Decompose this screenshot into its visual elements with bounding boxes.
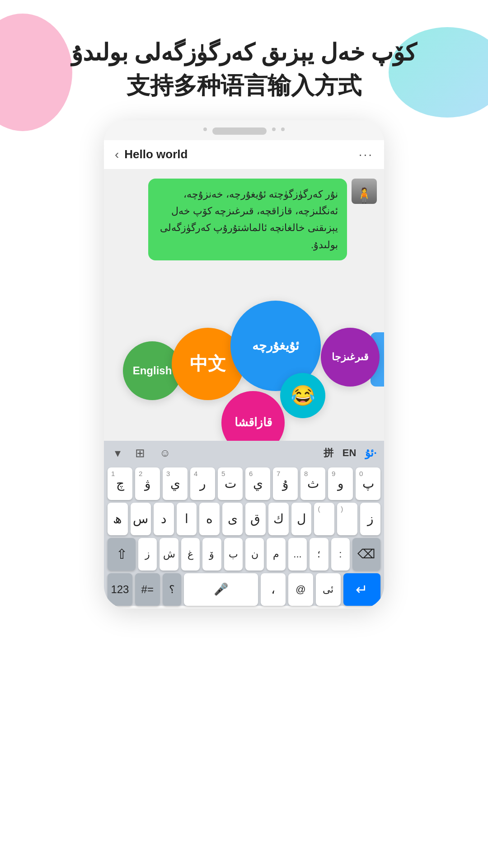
phone-container: ‹ Hello world ··· نۇر كەرگۈزگۈچتە ئۇيغۇر… (0, 120, 488, 609)
question-key[interactable]: ؟ (163, 573, 181, 606)
chat-header-left: ‹ Hello world (115, 147, 188, 162)
kyrgyz-bubble[interactable]: قىرغىزجا (321, 328, 380, 387)
key-r2-ق[interactable]: ق (245, 503, 266, 535)
phone-dots (203, 127, 285, 135)
key-r3-ن[interactable]: ن (245, 538, 264, 571)
period-key[interactable]: ئى (316, 573, 341, 606)
num-switch-label: 123 (111, 583, 129, 596)
kazakh-bubble[interactable]: قازاقشا (221, 391, 285, 441)
status-bar (104, 120, 384, 140)
emoji-toolbar-button[interactable]: ☺ (156, 445, 174, 461)
sticker-button[interactable]: ⊞ (131, 444, 149, 462)
key-r2-([interactable]: ( (314, 503, 334, 535)
enter-key[interactable]: ↵ (343, 573, 380, 606)
key-r2-ك[interactable]: ك (268, 503, 289, 535)
header-section: كۆپ خەل يېزىق كەرگۈزگەلى بولىدۇ 支持多种语言输入… (0, 0, 488, 120)
key-r3-ش[interactable]: ش (160, 538, 178, 571)
avatar-image: 🧍 (352, 179, 377, 204)
dot1 (203, 127, 207, 131)
keyboard: 1چ2ۋ3ي4ر5ت6ي7ۇ8ث9و0پ ھسداەىقكل()ز ⇧زشغۆب… (104, 466, 384, 606)
key-ي[interactable]: 6ي (245, 467, 270, 500)
key-و[interactable]: 9و (328, 467, 353, 500)
key-r3-م[interactable]: م (267, 538, 285, 571)
english-bubble-label: English (133, 364, 172, 377)
chat-area: نۇر كەرگۈزگۈچتە ئۇيغۇرچە، خەنزۇچە، ئەنگل… (104, 170, 384, 287)
key-ر[interactable]: 4ر (190, 467, 215, 500)
key-row-1: 1چ2ۋ3ي4ر5ت6ي7ۇ8ث9و0پ (104, 467, 384, 500)
enter-icon: ↵ (356, 581, 368, 598)
language-bubbles-area: English 中文 ئۇيغۇرچە 😂 قازاقشا قىرغىزجا (104, 287, 384, 441)
chevron-down-button[interactable]: ▾ (111, 444, 124, 462)
back-button[interactable]: ‹ (115, 147, 119, 162)
shift-key[interactable]: ⇧ (108, 538, 136, 571)
key-r2-)[interactable]: ) (337, 503, 357, 535)
emoji-bubble-label: 😂 (291, 384, 315, 407)
key-r2-ى[interactable]: ى (222, 503, 243, 535)
key-row-3: ⇧زشغۆبنم...؛:⌫ (104, 538, 384, 571)
kyrgyz-bubble-label: قىرغىزجا (332, 351, 369, 363)
key-r3-غ[interactable]: غ (181, 538, 200, 571)
kazakh-bubble-label: قازاقشا (235, 415, 272, 429)
mic-label: 🎤 (214, 582, 228, 596)
dot2 (272, 127, 276, 131)
key-r2-ە[interactable]: ە (199, 503, 220, 535)
key-r3-ب[interactable]: ب (224, 538, 243, 571)
pinyin-button[interactable]: 拼 (324, 446, 333, 460)
key-r2-ل[interactable]: ل (291, 503, 312, 535)
key-r2-ا[interactable]: ا (177, 503, 197, 535)
key-ت[interactable]: 5ت (218, 467, 243, 500)
chat-title: Hello world (124, 147, 188, 161)
phone-notch (212, 127, 267, 135)
uyghur-bubble-label: ئۇيغۇرچە (252, 338, 299, 353)
key-r2-ز[interactable]: ز (360, 503, 380, 535)
at-key[interactable]: @ (288, 573, 313, 606)
backspace-key[interactable]: ⌫ (352, 538, 380, 571)
en-button[interactable]: EN (343, 447, 357, 459)
keyboard-toolbar: ▾ ⊞ ☺ 拼 EN ئۇ· (104, 441, 384, 466)
period-label: ئى (323, 584, 333, 595)
at-label: @ (296, 584, 305, 595)
key-r3-ز[interactable]: ز (138, 538, 157, 571)
uyghur-button[interactable]: ئۇ· (365, 447, 377, 459)
emoji-bubble[interactable]: 😂 (280, 373, 325, 418)
symbol-label: =# (141, 583, 154, 596)
key-row-bottom: 123 =# ؟ 🎤 ، @ ئى (104, 573, 384, 606)
comma-key[interactable]: ، (261, 573, 286, 606)
key-row-2: ھسداەىقكل()ز (104, 503, 384, 535)
key-r3-ۆ[interactable]: ۆ (202, 538, 221, 571)
key-r3-...[interactable]: ... (288, 538, 307, 571)
question-label: ؟ (169, 583, 175, 596)
chinese-bubble-label: 中文 (190, 351, 226, 376)
message-bubble: نۇر كەرگۈزگۈچتە ئۇيغۇرچە، خەنزۇچە، ئەنگل… (148, 179, 347, 261)
key-پ[interactable]: 0پ (356, 467, 380, 500)
key-ي[interactable]: 3ي (163, 467, 188, 500)
key-r3-:[interactable]: : (331, 538, 350, 571)
key-چ[interactable]: 1چ (108, 467, 132, 500)
key-r2-ھ[interactable]: ھ (108, 503, 128, 535)
key-r2-د[interactable]: د (154, 503, 174, 535)
chat-header: ‹ Hello world ··· (104, 140, 384, 170)
space-key[interactable]: 🎤 (184, 573, 258, 606)
header-line1: كۆپ خەل يېزىق كەرگۈزگەلى بولىدۇ (27, 36, 461, 69)
key-ۇ[interactable]: 7ۇ (273, 467, 298, 500)
comma-label: ، (271, 582, 275, 597)
toolbar-left: ▾ ⊞ ☺ (111, 444, 174, 462)
phone-mockup: ‹ Hello world ··· نۇر كەرگۈزگۈچتە ئۇيغۇر… (104, 120, 384, 609)
symbol-key[interactable]: =# (135, 573, 160, 606)
header-line2: 支持多种语言输入方式 (27, 69, 461, 102)
message-row: نۇر كەرگۈزگۈچتە ئۇيغۇرچە، خەنزۇچە، ئەنگل… (111, 179, 377, 261)
toolbar-right: 拼 EN ئۇ· (324, 446, 377, 460)
key-r3-؛[interactable]: ؛ (310, 538, 328, 571)
more-button[interactable]: ··· (359, 147, 373, 162)
dot3 (281, 127, 285, 131)
avatar-figure-icon: 🧍 (355, 187, 373, 204)
message-avatar: 🧍 (352, 179, 377, 204)
num-switch-key[interactable]: 123 (108, 573, 132, 606)
key-ۋ[interactable]: 2ۋ (135, 467, 160, 500)
key-ث[interactable]: 8ث (300, 467, 325, 500)
key-r2-س[interactable]: س (131, 503, 151, 535)
